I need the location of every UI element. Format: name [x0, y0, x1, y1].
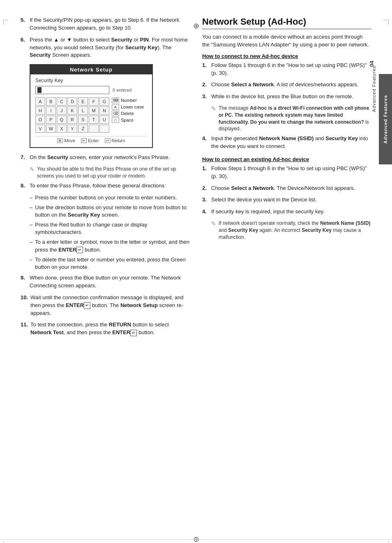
bullet-item-2: – Use the direction buttons on your remo… [30, 204, 190, 219]
existing-adhoc-item-2: 2. Choose Select a Network. The Device/N… [202, 185, 371, 192]
existing-adhoc-content-2: Choose Select a Network. The Device/Netw… [211, 185, 371, 192]
item-6-content: Press the ▲ or ▼ button to select Securi… [30, 36, 190, 60]
enter-icon: ↵ [81, 138, 87, 143]
kb-key-G[interactable]: G [99, 97, 109, 106]
existing-adhoc-num-3: 3. [202, 196, 209, 204]
new-adhoc-item-3: 3. While in the device list, press the B… [202, 93, 371, 101]
bullet-text-1: Press the number buttons on your remote … [35, 194, 177, 201]
kb-key-B[interactable]: B [46, 97, 56, 106]
kb-key-R[interactable]: R [67, 116, 77, 124]
kb-option-delete: ⌫ Delete [112, 111, 144, 116]
note-new-3-text: The message Ad-hoc is a direct Wi-Fi con… [219, 105, 371, 132]
lowercase-icon: A [112, 104, 119, 110]
lowercase-label: Lower case [121, 104, 144, 109]
kb-key-O[interactable]: O [35, 116, 45, 124]
kb-key-T[interactable]: T [89, 116, 99, 124]
kb-key-E[interactable]: E [78, 97, 88, 106]
new-adhoc-num-2: 2. [202, 81, 209, 89]
kb-key-S[interactable]: S [78, 116, 88, 124]
new-adhoc-content-4: Input the generated Network Name (SSID) … [211, 135, 371, 150]
kb-key-I[interactable]: I [46, 106, 56, 115]
item-9-text: When done, press the Blue button on your… [30, 275, 181, 289]
space-label: Space [121, 118, 134, 122]
kb-key-D[interactable]: D [67, 97, 77, 106]
new-adhoc-item-1: 1. Follow Steps 1 through 6 in the "How … [202, 62, 371, 77]
kb-row-2: H I J K L M N [35, 106, 109, 115]
kb-key-V[interactable]: V [35, 125, 45, 133]
item-11-text: To test the connection, press the RETURN… [30, 321, 169, 335]
note-new-3: ✎ The message Ad-hoc is a direct Wi-Fi c… [211, 105, 371, 132]
page-container: ⊕ Advanced Features 04 Advanced Features… [0, 16, 392, 543]
chapter-label: Advanced Features [371, 66, 376, 112]
existing-adhoc-text-2: Choose Select a Network. The Device/Netw… [211, 185, 355, 191]
item-5-content: If the Security/PIN pop-up appears, go t… [30, 16, 190, 32]
kb-key-K[interactable]: K [67, 106, 77, 115]
network-setup-title: Network Setup [30, 65, 152, 74]
sub-heading-new: How to connect to new Ad-hoc device [202, 53, 371, 59]
kb-key-M[interactable]: M [89, 106, 99, 115]
new-adhoc-item-2: 2. Choose Select a Network. A list of de… [202, 81, 371, 89]
kb-key-H[interactable]: H [35, 106, 45, 115]
bullet-item-1: – Press the number buttons on your remot… [30, 194, 190, 201]
keyboard-grid: A B C D E F G H I J [35, 97, 109, 134]
item-7-content: On the Security screen, enter your netwo… [30, 154, 190, 162]
kb-key-L[interactable]: L [78, 106, 88, 115]
kb-key-W[interactable]: W [46, 125, 56, 133]
item-9-content: When done, press the Blue button on your… [30, 274, 190, 290]
kb-key-X[interactable]: X [57, 125, 67, 133]
note-new-3-icon: ✎ [211, 105, 216, 132]
item-6-text: Press the ▲ or ▼ button to select Securi… [30, 37, 188, 58]
existing-adhoc-num-1: 1. [202, 165, 209, 180]
number-icon: ⌨ [112, 97, 119, 103]
new-adhoc-text-2: Choose Select a Network. A list of devic… [211, 81, 358, 88]
network-setup-body: Security Key 0 entered A B [30, 74, 152, 147]
intro-text: You can connect to a mobile device witho… [202, 33, 371, 49]
kb-key-Z[interactable]: Z [78, 125, 88, 133]
kb-key-P[interactable]: P [46, 116, 56, 124]
return-icon: ↩ [105, 138, 111, 143]
kb-key-F[interactable]: F [89, 97, 99, 106]
existing-adhoc-item-3: 3. Select the device you want in the Dev… [202, 196, 371, 204]
bullet-dash-4: – [30, 238, 32, 253]
new-adhoc-num-4: 4. [202, 135, 209, 150]
bullet-item-5: – To delete the last letter or number yo… [30, 256, 190, 271]
text-input-box[interactable] [35, 86, 109, 94]
kb-row-1: A B C D E F G [35, 97, 109, 106]
footer-num: 31 [218, 541, 233, 543]
kb-option-number: ⌨ Number [112, 97, 144, 103]
main-content: 5. If the Security/PIN pop-up appears, g… [21, 16, 371, 341]
bullet-dash-3: – [30, 221, 32, 236]
item-10-text: Wait until the connection confirmation m… [30, 294, 183, 316]
input-row: 0 entered [35, 86, 147, 94]
kb-key-A[interactable]: A [35, 97, 45, 106]
note-existing-4-text: If network doesn't operate normally, che… [219, 220, 371, 240]
page-footer: [PC550(63)-NA]BN68-02900A-05L03.indb 31 … [0, 539, 392, 543]
entered-count: 0 entered [113, 88, 131, 92]
return-label: Return [112, 138, 125, 143]
item-8-content: To enter the Pass Phrase, follow these g… [30, 182, 190, 190]
new-adhoc-num-3: 3. [202, 93, 209, 101]
right-tab: Advanced Features [379, 74, 392, 164]
delete-icon: ⌫ [112, 111, 119, 116]
kb-key-Q[interactable]: Q [57, 116, 67, 124]
existing-adhoc-num-4: 4. [202, 208, 209, 216]
list-item-10: 10. Wait until the connection confirmati… [21, 294, 190, 317]
list-item-7-container: 7. On the Security screen, enter your ne… [21, 154, 190, 162]
bullet-dash-1: – [30, 194, 32, 201]
list-item-8-container: 8. To enter the Pass Phrase, follow thes… [21, 182, 190, 190]
item-9-num: 9. [21, 274, 27, 290]
kb-key-Y[interactable]: Y [67, 125, 77, 133]
kb-key-C[interactable]: C [57, 97, 67, 106]
list-item-5: 5. If the Security/PIN pop-up appears, g… [21, 16, 190, 32]
kb-key-blank1 [89, 125, 99, 133]
kb-key-U[interactable]: U [99, 116, 109, 124]
keyboard-section: A B C D E F G H I J [35, 97, 147, 136]
new-adhoc-item-4: 4. Input the generated Network Name (SSI… [202, 135, 371, 150]
move-icon: ⊕ [57, 138, 63, 143]
new-adhoc-list-2: 4. Input the generated Network Name (SSI… [202, 135, 371, 150]
kb-key-J[interactable]: J [57, 106, 67, 115]
network-setup-dialog: Network Setup Security Key 0 entered A [30, 64, 153, 148]
kb-row-3: O P Q R S T U [35, 116, 109, 124]
kb-key-N[interactable]: N [99, 106, 109, 115]
item-8-num: 8. [21, 182, 27, 190]
